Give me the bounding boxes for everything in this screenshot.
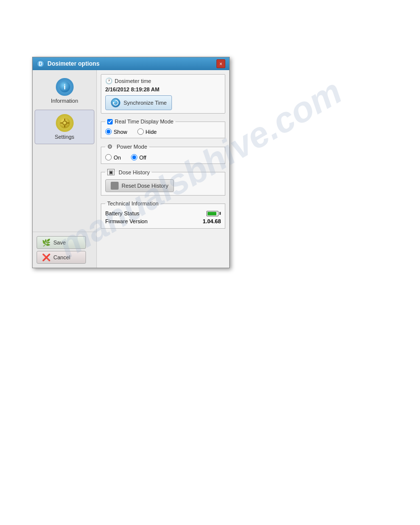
power-off-radio[interactable] [131,154,137,161]
sidebar-item-settings[interactable]: Settings [35,110,94,144]
right-content: 🕐 Dosimeter time 2/16/2012 8:19:28 AM [97,70,229,268]
real-time-checkbox[interactable] [107,119,113,124]
battery-body [207,211,218,216]
svg-text:i: i [64,83,66,91]
close-button[interactable]: × [216,59,225,68]
power-on-option[interactable]: On [105,154,121,161]
reset-icon [111,182,119,190]
power-mode-legend: ⚙ Power Mode [105,143,149,150]
dose-history-icon: ▣ [107,169,115,175]
cancel-button[interactable]: ❌ Cancel [37,251,86,264]
battery-fill [208,212,216,215]
dosimeter-time-section: 🕐 Dosimeter time 2/16/2012 8:19:28 AM [101,74,225,114]
real-time-radio-row: Show Hide [105,126,221,135]
show-option[interactable]: Show [105,128,127,135]
power-off-option[interactable]: Off [131,154,146,161]
save-label: Save [53,240,66,245]
save-icon: 🌿 [42,239,50,246]
power-mode-radio-row: On Off [105,152,221,161]
information-label: Information [51,98,78,104]
dialog-title: Dosimeter options [47,60,99,67]
battery-status-label: Battery Status [105,210,139,216]
title-bar-left: D Dosimeter options [37,60,99,68]
technical-info-legend: Technical Information [105,201,161,206]
firmware-label: Firmware Version [105,218,148,224]
battery-icon [207,211,221,216]
firmware-row: Firmware Version 1.04.68 [105,217,221,225]
left-panel-top: i Information [33,70,96,148]
svg-rect-8 [60,122,62,123]
svg-rect-7 [64,125,65,127]
settings-icon [56,114,74,132]
dialog-body: i Information [33,70,229,268]
dose-history-legend: ▣ Dose History [105,169,152,175]
cancel-icon: ❌ [42,253,50,261]
battery-tip [219,212,221,215]
synchronize-time-button[interactable]: Synchronize Time [105,95,172,110]
information-icon: i [56,78,74,96]
real-time-display-section: Real Time Display Mode Show Hide [101,119,225,138]
technical-info-section: Technical Information Battery Status Fir… [101,201,225,229]
power-mode-section: ⚙ Power Mode On Off [101,143,225,164]
firmware-version-value: 1.04.68 [203,218,221,224]
left-panel-footer: 🌿 Save ❌ Cancel [33,232,96,268]
power-on-radio[interactable] [105,154,112,161]
save-button[interactable]: 🌿 Save [37,236,86,249]
datetime-value: 2/16/2012 8:19:28 AM [105,86,221,92]
show-radio[interactable] [105,128,112,135]
sidebar-item-information[interactable]: i Information [35,74,94,108]
hide-radio[interactable] [137,128,144,135]
reset-dose-history-button[interactable]: Reset Dose History [105,179,174,192]
svg-text:D: D [39,61,42,67]
svg-rect-6 [64,119,65,121]
left-panel: i Information [33,70,97,268]
sync-icon [111,98,121,108]
synchronize-time-label: Synchronize Time [124,100,167,106]
dialog-icon: D [37,60,44,68]
dose-history-section: ▣ Dose History Reset Dose History [101,169,225,196]
svg-point-10 [111,98,120,107]
settings-label: Settings [55,134,75,140]
hide-option[interactable]: Hide [137,128,157,135]
real-time-display-legend: Real Time Display Mode [105,119,175,124]
clock-icon: 🕐 [105,78,113,84]
svg-rect-9 [67,122,69,123]
dialog-window: D Dosimeter options × [32,57,230,268]
title-bar: D Dosimeter options × [33,57,229,70]
battery-status-row: Battery Status [105,209,221,217]
dosimeter-time-title: 🕐 Dosimeter time [105,78,221,84]
power-icon: ⚙ [107,143,113,150]
cancel-label: Cancel [53,254,70,260]
